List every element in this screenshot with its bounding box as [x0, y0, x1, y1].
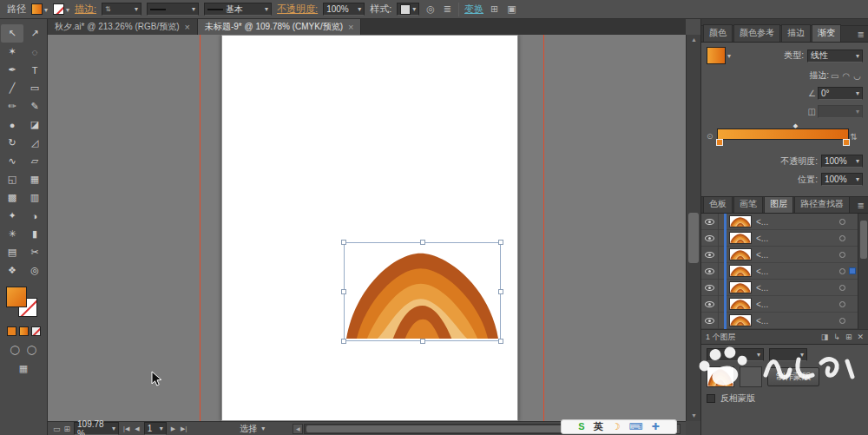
aspect-ratio-field[interactable] [818, 105, 863, 118]
artboard-tool-icon[interactable]: ▤ [1, 243, 23, 261]
scrollbar-thumb[interactable] [688, 213, 699, 263]
stroke-profile-dropdown[interactable] [147, 3, 199, 16]
sogou-logo-icon[interactable]: S [578, 422, 584, 432]
align-icon[interactable]: ⊞ [489, 3, 500, 15]
selection-handle[interactable] [420, 240, 425, 245]
panel-tab-color[interactable]: 颜色 [703, 24, 733, 42]
gradient-tool-icon[interactable]: ▥ [23, 188, 46, 207]
distribute-icon[interactable]: ▣ [505, 3, 517, 15]
first-artboard-icon[interactable]: |◀ [122, 425, 130, 432]
layer-target-icon[interactable] [839, 252, 845, 258]
selection-handle[interactable] [341, 339, 346, 344]
stroke-within-icon[interactable] [829, 71, 840, 81]
paintbrush-tool-icon[interactable]: ✏ [1, 97, 23, 115]
layer-row[interactable]: <... [701, 247, 868, 263]
close-icon[interactable]: × [348, 22, 353, 32]
gradient-opacity-field[interactable]: 100% [821, 155, 863, 168]
annotator-lock-icon[interactable]: ⊙ [707, 132, 713, 141]
layer-row[interactable]: <... [701, 214, 868, 230]
panel-tab-color-guide[interactable]: 颜色参考 [733, 24, 780, 42]
soft-keyboard-icon[interactable]: ⌨ [629, 422, 643, 432]
last-artboard-icon[interactable]: ▶| [180, 425, 187, 432]
stroke-along-icon[interactable] [841, 71, 852, 81]
fill-swatch[interactable] [6, 287, 27, 307]
layer-target-icon[interactable] [839, 318, 845, 324]
night-mode-icon[interactable]: ☽ [612, 422, 621, 432]
gradient-stop-start[interactable] [716, 139, 723, 146]
document-setup-icon[interactable]: ◎ [424, 3, 437, 15]
new-sublayer-icon[interactable] [833, 333, 840, 341]
scroll-left-icon[interactable] [293, 424, 303, 434]
visibility-eye-icon[interactable] [701, 230, 719, 247]
blend-tool-icon[interactable]: ◑ [23, 207, 46, 225]
make-mask-button[interactable]: 制作蒙版 [767, 367, 819, 386]
gradient-location-field[interactable]: 100% [821, 173, 863, 186]
layer-row[interactable]: <... [701, 263, 868, 280]
selected-artwork[interactable] [344, 242, 501, 341]
draw-normal-icon[interactable]: ◯ [10, 345, 20, 354]
transform-link[interactable]: 变换 [464, 3, 483, 16]
blend-mode-dropdown[interactable] [707, 348, 764, 361]
chevron-down-icon[interactable] [727, 52, 731, 60]
lasso-tool-icon[interactable]: ◌ [23, 43, 46, 61]
pencil-tool-icon[interactable]: ✎ [23, 97, 46, 115]
selection-handle[interactable] [420, 339, 425, 344]
close-icon[interactable]: × [185, 22, 190, 32]
gradient-swatch[interactable] [707, 47, 726, 64]
magic-wand-tool-icon[interactable]: ✶ [1, 43, 23, 61]
stroke-color-swatch[interactable] [53, 3, 69, 16]
panel-menu-icon[interactable] [858, 201, 865, 210]
panel-tab-pathfinder[interactable]: 路径查找器 [794, 195, 850, 213]
invert-mask-checkbox[interactable] [707, 394, 715, 403]
scroll-down-icon[interactable] [687, 411, 701, 421]
gradient-type-dropdown[interactable]: 线性 [807, 49, 863, 63]
new-layer-icon[interactable] [845, 333, 852, 341]
gradient-button[interactable] [19, 326, 29, 336]
symbol-sprayer-tool-icon[interactable]: ✳ [1, 225, 23, 243]
free-transform-tool-icon[interactable]: ▱ [23, 152, 46, 170]
opacity-link[interactable]: 不透明度: [277, 3, 318, 16]
visibility-eye-icon[interactable] [701, 247, 719, 263]
layer-target-icon[interactable] [839, 285, 845, 291]
delete-layer-icon[interactable] [857, 333, 864, 341]
panel-tab-gradient[interactable]: 渐变 [812, 24, 841, 42]
zoom-tool-icon[interactable]: ◎ [23, 261, 46, 280]
layer-target-icon[interactable] [839, 235, 845, 241]
artboard-field[interactable]: 1 [144, 422, 167, 435]
make-clip-mask-icon[interactable] [821, 333, 829, 341]
gradient-stop-end[interactable] [843, 139, 850, 146]
brush-definition-dropdown[interactable]: 基本 [204, 3, 272, 16]
shape-builder-tool-icon[interactable]: ◱ [1, 170, 23, 188]
screen-mode-icon[interactable]: ▦ [0, 363, 47, 374]
panel-menu-icon[interactable] [858, 30, 865, 39]
panel-tab-stroke[interactable]: 描边 [781, 24, 811, 42]
pen-tool-icon[interactable]: ✒ [1, 61, 23, 79]
layer-row[interactable]: <... [701, 313, 868, 329]
next-artboard-icon[interactable]: ▶ [170, 425, 176, 432]
visibility-eye-icon[interactable] [701, 263, 719, 280]
panel-tab-swatches[interactable]: 色板 [703, 195, 733, 213]
layer-row[interactable]: <... [701, 280, 868, 296]
selection-handle[interactable] [498, 339, 503, 344]
layer-row[interactable]: <... [701, 296, 868, 313]
stroke-across-icon[interactable] [852, 71, 863, 81]
eyedropper-tool-icon[interactable]: ✦ [1, 207, 23, 225]
layer-target-icon[interactable] [839, 301, 845, 307]
document-tab-1[interactable]: 秋夕.ai* @ 213.26% (RGB/预览) × [48, 19, 198, 35]
selection-handle[interactable] [498, 289, 503, 294]
mesh-tool-icon[interactable]: ▩ [1, 188, 23, 207]
layer-target-icon[interactable] [839, 219, 845, 225]
color-button[interactable] [7, 326, 16, 336]
line-tool-icon[interactable]: ╱ [1, 79, 23, 97]
status-bar-icon[interactable]: ▭ [53, 425, 61, 433]
draw-behind-icon[interactable]: ◯ [27, 345, 36, 354]
rotate-tool-icon[interactable]: ↻ [1, 134, 23, 152]
layer-row[interactable]: <... [701, 230, 868, 247]
ime-mode-indicator[interactable]: 英 [594, 422, 603, 432]
zoom-field[interactable]: 109.78 % [74, 422, 119, 435]
layers-scrollbar[interactable] [858, 214, 868, 329]
direct-selection-tool-icon[interactable]: ↗ [23, 24, 46, 43]
stroke-weight-field[interactable]: ⇅ [102, 3, 141, 16]
visibility-eye-icon[interactable] [701, 313, 719, 329]
transparency-opacity-field[interactable] [769, 348, 807, 361]
